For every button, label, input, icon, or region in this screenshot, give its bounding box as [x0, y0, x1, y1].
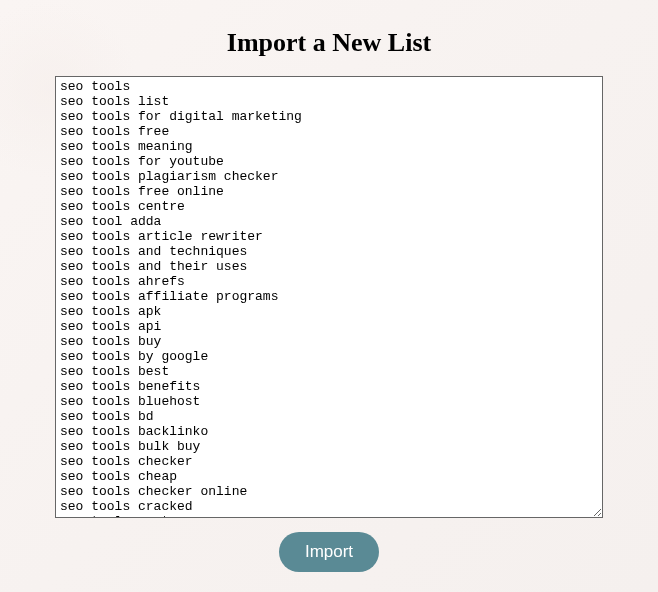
- import-button[interactable]: Import: [279, 532, 379, 572]
- main-container: Import a New List Import: [0, 0, 658, 592]
- list-input[interactable]: [55, 76, 603, 518]
- page-title: Import a New List: [227, 28, 431, 58]
